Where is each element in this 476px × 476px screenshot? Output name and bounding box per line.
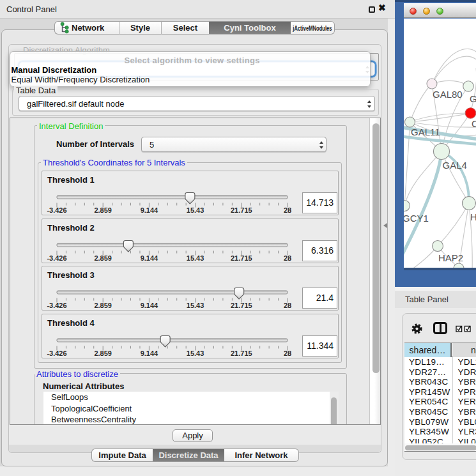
svg-text:9.144: 9.144 (141, 254, 158, 262)
svg-text:GAL4: GAL4 (443, 160, 467, 171)
svg-text:H: H (470, 211, 476, 222)
svg-text:GCY1: GCY1 (404, 213, 429, 224)
svg-text:2.859: 2.859 (94, 206, 112, 214)
svg-text:15.43: 15.43 (187, 302, 204, 309)
svg-text:28: 28 (284, 254, 291, 262)
svg-text:21.715: 21.715 (231, 349, 252, 357)
svg-text:2.859: 2.859 (94, 349, 112, 357)
svg-text:15.43: 15.43 (187, 254, 204, 262)
svg-text:GAL80: GAL80 (433, 89, 463, 100)
svg-text:C: C (472, 118, 476, 129)
svg-text:21.715: 21.715 (231, 206, 252, 214)
svg-text:-3.426: -3.426 (47, 206, 66, 214)
svg-text:-3.426: -3.426 (47, 302, 66, 309)
svg-text:28: 28 (284, 349, 291, 357)
svg-text:GA: GA (470, 93, 476, 104)
svg-text:28: 28 (284, 206, 291, 214)
svg-text:2.859: 2.859 (94, 302, 112, 309)
svg-text:2.859: 2.859 (94, 254, 112, 262)
svg-text:9.144: 9.144 (141, 349, 158, 357)
svg-text:GAL11: GAL11 (411, 127, 440, 137)
svg-text:-3.426: -3.426 (47, 349, 66, 357)
svg-text:15.43: 15.43 (187, 206, 204, 214)
svg-text:9.144: 9.144 (141, 302, 158, 309)
svg-text:9.144: 9.144 (141, 206, 158, 214)
svg-text:28: 28 (284, 302, 291, 309)
svg-text:-3.426: -3.426 (47, 254, 66, 262)
svg-text:15.43: 15.43 (187, 349, 204, 357)
svg-text:21.715: 21.715 (231, 254, 252, 262)
svg-text:21.715: 21.715 (231, 302, 252, 309)
svg-text:HAP2: HAP2 (438, 252, 463, 263)
